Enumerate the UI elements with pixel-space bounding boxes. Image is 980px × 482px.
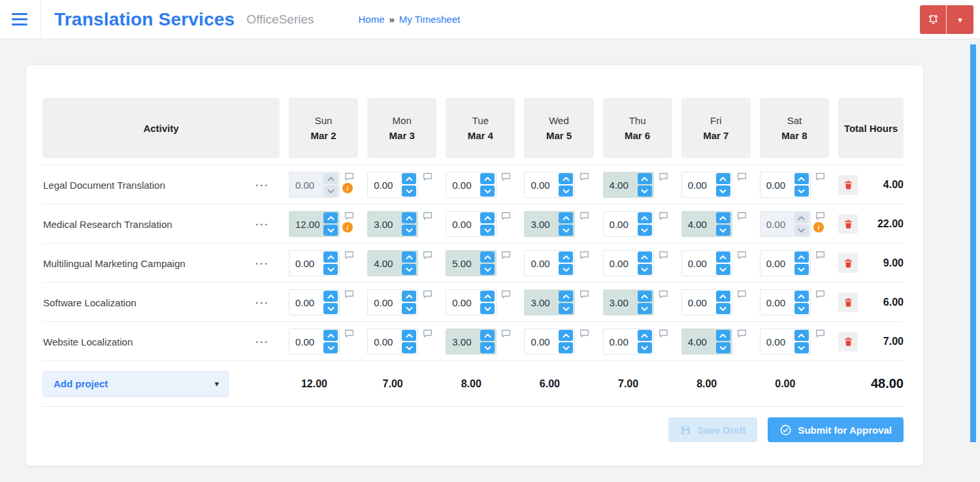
decrement-button[interactable] [480, 342, 495, 353]
increment-button[interactable] [716, 251, 730, 263]
hours-input[interactable] [289, 297, 319, 308]
comment-button[interactable] [423, 329, 433, 338]
comment-button[interactable] [423, 251, 433, 259]
increment-button[interactable] [402, 251, 416, 263]
comment-button[interactable] [423, 212, 433, 220]
hours-input[interactable] [289, 219, 319, 230]
increment-button[interactable] [716, 212, 730, 223]
comment-button[interactable] [580, 251, 589, 259]
comment-button[interactable] [423, 290, 433, 298]
comment-button[interactable] [737, 329, 747, 338]
comment-button[interactable] [737, 212, 747, 220]
increment-button[interactable] [716, 291, 730, 302]
decrement-button[interactable] [638, 342, 652, 353]
row-options-button[interactable]: ··· [254, 336, 270, 348]
hours-input[interactable] [289, 336, 319, 347]
increment-button[interactable] [480, 212, 495, 223]
comment-button[interactable] [580, 172, 589, 181]
decrement-button[interactable] [323, 342, 338, 353]
comment-button[interactable] [344, 172, 354, 181]
decrement-button[interactable] [402, 264, 416, 275]
hours-input[interactable] [604, 336, 634, 347]
increment-button[interactable] [638, 173, 652, 184]
comment-button[interactable] [423, 172, 433, 181]
vertical-scrollbar[interactable] [970, 44, 976, 442]
decrement-button[interactable] [794, 342, 809, 353]
hours-input[interactable] [525, 258, 555, 269]
comment-button[interactable] [659, 172, 668, 181]
decrement-button[interactable] [402, 342, 416, 353]
increment-button[interactable] [323, 212, 338, 223]
delete-row-button[interactable] [838, 253, 858, 273]
hours-input[interactable] [682, 336, 712, 347]
increment-button[interactable] [559, 291, 573, 302]
increment-button[interactable] [480, 330, 495, 341]
decrement-button[interactable] [402, 185, 416, 197]
increment-button[interactable] [402, 291, 416, 302]
increment-button[interactable] [559, 212, 573, 223]
hours-input[interactable] [446, 219, 476, 230]
decrement-button[interactable] [323, 264, 338, 275]
increment-button[interactable] [794, 330, 809, 341]
comment-button[interactable] [737, 251, 747, 259]
comment-button[interactable] [344, 290, 354, 298]
decrement-button[interactable] [638, 185, 652, 197]
decrement-button[interactable] [559, 342, 573, 353]
comment-button[interactable] [659, 290, 668, 298]
decrement-button[interactable] [480, 225, 495, 236]
decrement-button[interactable] [794, 185, 809, 197]
increment-button[interactable] [559, 173, 573, 184]
comment-button[interactable] [580, 290, 589, 298]
comment-button[interactable] [659, 251, 668, 259]
save-draft-button[interactable]: Save Draft [668, 417, 757, 442]
increment-button[interactable] [638, 251, 652, 263]
decrement-button[interactable] [559, 264, 573, 275]
comment-button[interactable] [501, 251, 511, 259]
hours-input[interactable] [525, 180, 555, 191]
row-options-button[interactable]: ··· [254, 218, 270, 231]
decrement-button[interactable] [716, 303, 730, 314]
hours-input[interactable] [289, 258, 319, 269]
hours-input[interactable] [525, 336, 555, 347]
comment-button[interactable] [501, 329, 511, 338]
row-options-button[interactable]: ··· [254, 297, 270, 309]
hours-input[interactable] [682, 297, 712, 308]
decrement-button[interactable] [402, 303, 416, 314]
decrement-button[interactable] [794, 303, 809, 314]
decrement-button[interactable] [480, 185, 495, 197]
increment-button[interactable] [794, 251, 809, 263]
decrement-button[interactable] [794, 264, 809, 275]
comment-button[interactable] [815, 251, 825, 259]
decrement-button[interactable] [323, 225, 338, 236]
comment-button[interactable] [737, 172, 747, 181]
notifications-button[interactable] [920, 5, 947, 34]
hours-input[interactable] [682, 219, 712, 230]
increment-button[interactable] [402, 330, 416, 341]
increment-button[interactable] [716, 173, 730, 184]
hours-input[interactable] [604, 219, 634, 230]
hours-input[interactable] [446, 258, 476, 269]
hours-input[interactable] [368, 219, 398, 230]
decrement-button[interactable] [559, 225, 573, 236]
comment-button[interactable] [580, 212, 589, 220]
decrement-button[interactable] [480, 303, 495, 314]
decrement-button[interactable] [638, 225, 652, 236]
delete-row-button[interactable] [838, 332, 858, 351]
increment-button[interactable] [323, 330, 338, 341]
comment-button[interactable] [344, 329, 354, 338]
decrement-button[interactable] [402, 225, 416, 236]
comment-button[interactable] [501, 212, 511, 220]
increment-button[interactable] [559, 330, 573, 341]
decrement-button[interactable] [638, 303, 652, 314]
increment-button[interactable] [402, 173, 416, 184]
delete-row-button[interactable] [838, 214, 858, 234]
submit-for-approval-button[interactable]: Submit for Approval [768, 417, 904, 442]
hours-input[interactable] [368, 297, 398, 308]
comment-button[interactable] [501, 172, 511, 181]
decrement-button[interactable] [638, 264, 652, 275]
increment-button[interactable] [323, 251, 338, 263]
menu-button[interactable] [5, 5, 34, 34]
hours-input[interactable] [760, 336, 791, 347]
hours-input[interactable] [368, 258, 398, 269]
comment-button[interactable] [815, 172, 825, 181]
